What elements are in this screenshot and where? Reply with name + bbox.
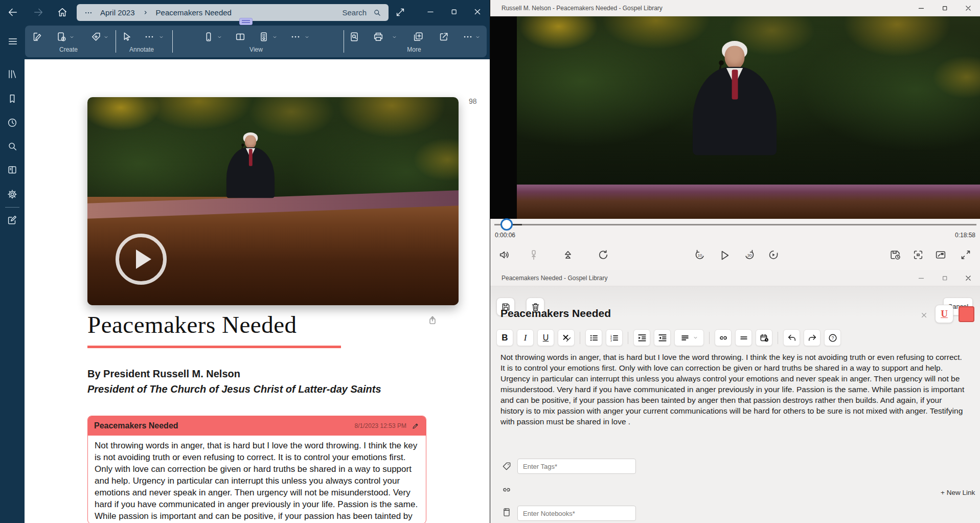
tags-input[interactable]	[517, 459, 636, 474]
note-body-editor[interactable]: Not throwing words in anger, that is har…	[500, 352, 965, 427]
insert-link-button[interactable]	[715, 329, 732, 346]
new-link-button[interactable]: + New Link	[941, 489, 975, 496]
chevron-down-icon[interactable]	[69, 34, 75, 40]
close-icon[interactable]	[956, 270, 980, 286]
close-icon[interactable]	[956, 0, 980, 16]
video-player-window: Russell M. Nelson - Peacemakers Needed -…	[490, 0, 980, 270]
bookmark-icon[interactable]	[7, 93, 18, 104]
document-view-icon[interactable]	[258, 31, 269, 42]
breadcrumb-section[interactable]: April 2023	[100, 8, 135, 17]
note-card[interactable]: Peacemakers Needed 8/1/2023 12:53 PM Not…	[87, 416, 426, 523]
seek-bar[interactable]	[494, 224, 976, 225]
cursor-icon[interactable]	[121, 31, 132, 42]
horizontal-rule-button[interactable]	[735, 329, 752, 346]
replay-icon[interactable]	[597, 248, 610, 261]
compose-note-icon[interactable]	[7, 214, 18, 225]
video-thumbnail[interactable]	[87, 97, 459, 305]
indent-button[interactable]	[633, 329, 650, 346]
undo-button[interactable]	[783, 329, 800, 346]
bullet-list-button[interactable]	[585, 329, 602, 346]
chevron-down-icon[interactable]	[217, 34, 222, 40]
close-icon[interactable]	[472, 7, 483, 17]
forward-arrow-icon[interactable]	[33, 7, 44, 18]
volume-icon[interactable]	[498, 248, 511, 261]
outdent-button[interactable]	[654, 329, 671, 346]
duplicate-add-icon[interactable]	[413, 31, 424, 42]
settings-gear-icon[interactable]	[7, 189, 18, 200]
play-button[interactable]	[116, 234, 167, 285]
more-dots-icon[interactable]	[290, 31, 301, 42]
underline-button[interactable]: U	[537, 329, 554, 346]
search-icon[interactable]	[7, 141, 18, 152]
search-label[interactable]: Search	[342, 8, 367, 17]
picture-in-picture-icon[interactable]	[935, 248, 947, 261]
expand-icon[interactable]	[395, 7, 406, 18]
video-titlebar[interactable]: Russell M. Nelson - Peacemakers Needed -…	[490, 0, 980, 16]
new-note-icon[interactable]	[31, 31, 42, 42]
svg-text:?: ?	[831, 335, 834, 340]
back-arrow-icon[interactable]	[7, 7, 18, 18]
note-window-title: Peacemakers Needed - Gospel Library	[502, 275, 909, 282]
italic-button[interactable]: I	[517, 329, 534, 346]
redo-button[interactable]	[804, 329, 821, 346]
history-icon[interactable]	[7, 117, 18, 128]
two-page-view-icon[interactable]	[7, 164, 18, 175]
pin-icon[interactable]	[528, 248, 540, 261]
playback-speed-icon[interactable]	[767, 248, 780, 261]
breadcrumb-ellipsis-icon[interactable]	[84, 8, 93, 17]
underline-style-button[interactable]: U	[935, 305, 953, 323]
help-button[interactable]: ?	[824, 329, 841, 346]
edit-pencil-icon[interactable]	[412, 422, 420, 430]
screenshot-icon[interactable]	[912, 248, 925, 261]
format-toolbar: B I U 123 ?	[496, 329, 841, 346]
alignment-dropdown[interactable]	[674, 329, 704, 346]
eject-icon[interactable]	[562, 248, 575, 261]
search-in-page-icon[interactable]	[349, 31, 360, 42]
search-icon[interactable]	[373, 8, 381, 17]
maximize-icon[interactable]	[933, 270, 956, 286]
home-icon[interactable]	[57, 7, 68, 18]
split-view-icon[interactable]	[235, 31, 246, 42]
seek-knob[interactable]	[500, 218, 513, 231]
chevron-down-icon[interactable]	[103, 34, 109, 40]
menu-icon[interactable]	[7, 36, 18, 47]
fullscreen-icon[interactable]	[960, 248, 972, 261]
more-dots-icon[interactable]	[462, 31, 473, 42]
add-document-icon[interactable]	[56, 31, 67, 42]
article-byline-role: President of The Church of Jesus Christ …	[87, 383, 381, 395]
note-titlebar[interactable]: Peacemakers Needed - Gospel Library	[490, 270, 980, 286]
mobile-view-icon[interactable]	[203, 31, 214, 42]
breadcrumb-page[interactable]: Peacemakers Needed	[156, 8, 232, 17]
more-dots-icon[interactable]	[144, 31, 155, 42]
open-external-icon[interactable]	[438, 31, 449, 42]
save-clip-icon[interactable]	[889, 248, 902, 261]
play-icon[interactable]	[718, 248, 732, 262]
maximize-icon[interactable]	[449, 7, 459, 17]
bold-button[interactable]: B	[496, 329, 513, 346]
library-icon[interactable]	[7, 69, 18, 80]
notebooks-input[interactable]	[517, 506, 636, 521]
skip-forward-30-icon[interactable]: 30	[743, 248, 756, 261]
highlight-color-swatch[interactable]	[959, 306, 974, 322]
notebook-icon	[502, 507, 512, 517]
add-tag-icon[interactable]	[90, 31, 102, 42]
maximize-icon[interactable]	[933, 0, 956, 16]
drag-handle[interactable]	[239, 18, 253, 25]
breadcrumb[interactable]: April 2023 Peacemakers Needed Search	[77, 4, 389, 21]
chevron-down-icon[interactable]	[392, 34, 397, 40]
chevron-down-icon[interactable]	[158, 34, 164, 40]
skip-back-10-icon[interactable]: 10	[694, 248, 706, 261]
minimize-icon[interactable]	[425, 7, 436, 17]
minimize-icon[interactable]	[909, 270, 933, 286]
insert-datetime-button[interactable]	[756, 329, 772, 346]
close-note-x-icon[interactable]	[920, 311, 928, 320]
chevron-down-icon[interactable]	[304, 34, 310, 40]
chevron-down-icon[interactable]	[272, 34, 278, 40]
video-frame[interactable]	[490, 16, 980, 219]
chevron-down-icon[interactable]	[475, 34, 481, 40]
numbered-list-button[interactable]: 123	[606, 329, 623, 346]
clear-formatting-button[interactable]	[558, 329, 575, 346]
minimize-icon[interactable]	[909, 0, 933, 16]
related-content-icon[interactable]	[427, 314, 438, 326]
printer-icon[interactable]	[373, 31, 384, 42]
